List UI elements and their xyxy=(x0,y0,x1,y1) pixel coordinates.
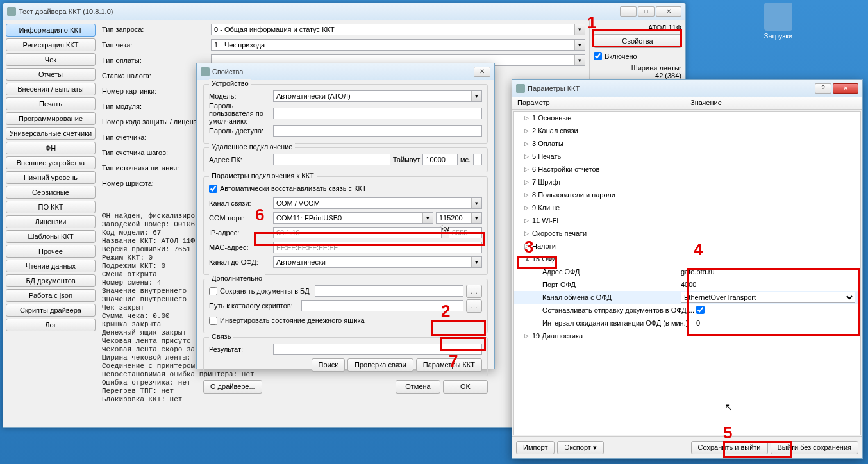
sidebar-item-info[interactable]: Информация о ККТ xyxy=(6,24,96,37)
chevron-down-icon[interactable]: ▾ xyxy=(471,91,481,101)
export-button[interactable]: Экспорт ▾ xyxy=(557,441,603,454)
savedb-checkbox[interactable] xyxy=(209,287,217,295)
param-ofd-addr[interactable]: Адрес ОФДgate.ofd.ru xyxy=(514,265,860,278)
tree-node[interactable]: ▷5 Печать xyxy=(514,150,860,163)
model-select[interactable]: Автоматически (АТОЛ)▾ xyxy=(273,90,482,102)
tree-node[interactable]: ▷3 Оплаты xyxy=(514,137,860,150)
accesspwd-input[interactable] xyxy=(273,125,482,137)
ofd-channel-select[interactable]: EthernetOverTransport xyxy=(681,292,855,303)
result-input[interactable] xyxy=(273,344,482,355)
chevron-down-icon[interactable]: ▾ xyxy=(471,257,481,267)
auto-restore-checkbox[interactable] xyxy=(209,185,217,193)
sidebar-item-scripts[interactable]: Скрипты драйвера xyxy=(6,304,96,317)
ip-port-input[interactable]: 5555 xyxy=(449,227,482,238)
invert-checkbox[interactable] xyxy=(209,317,217,325)
script-path-input[interactable] xyxy=(301,300,463,311)
tree-node[interactable]: ▷7 Шрифт xyxy=(514,176,860,188)
ip-input[interactable]: 68.1.10 xyxy=(273,227,442,238)
sidebar-item-licenses[interactable]: Лицензии xyxy=(6,215,96,228)
dlg1-close-button[interactable]: ✕ xyxy=(474,67,490,77)
sidebar-item-json[interactable]: Работа с json xyxy=(6,289,96,302)
sidebar-item-software[interactable]: ПО ККТ xyxy=(6,201,96,213)
sidebar-item-templates[interactable]: Шаблоны ККТ xyxy=(6,230,96,243)
help-button[interactable]: ? xyxy=(815,83,831,94)
chevron-down-icon[interactable]: ▾ xyxy=(574,40,585,50)
mac-input[interactable]: FF:FF:FF:FF:FF:FF xyxy=(273,242,482,253)
sidebar-item-log[interactable]: Лог xyxy=(6,319,96,331)
timeout-input[interactable]: 10000 xyxy=(422,154,458,165)
sidebar-item-fn[interactable]: ФН xyxy=(6,142,96,154)
dlg1-titlebar[interactable]: Свойства ✕ xyxy=(197,63,494,80)
tree-node-diag[interactable]: ▷19 Диагностика xyxy=(514,329,860,342)
tree-node-ofd[interactable]: ▲15 ОФД xyxy=(514,253,860,265)
minimize-button[interactable]: — xyxy=(620,6,637,17)
savedb-path[interactable] xyxy=(315,285,463,297)
tree-node[interactable]: ▷11 Wi-Fi xyxy=(514,214,860,227)
userpwd-input[interactable] xyxy=(273,108,482,119)
sidebar-item-cashio[interactable]: Внесения / выплаты xyxy=(6,83,96,95)
chevron-down-icon[interactable]: ▾ xyxy=(422,213,433,223)
check-link-button[interactable]: Проверка связи xyxy=(347,358,413,372)
channel-select[interactable]: COM / VCOM▾ xyxy=(273,197,482,209)
req-type-field[interactable]: 0 - Общая информация и статус ККТ▾ xyxy=(211,24,585,35)
sidebar-item-registration[interactable]: Регистрация ККТ xyxy=(6,38,96,51)
tree-node[interactable]: ▷Налоги xyxy=(514,240,860,253)
sidebar-item-readdata[interactable]: Чтение данных xyxy=(6,260,96,272)
tree-node[interactable]: ▷2 Канал связи xyxy=(514,124,860,137)
tree-node[interactable]: ▷Скорость печати xyxy=(514,227,860,240)
dlg2-titlebar[interactable]: Параметры ККТ ?✕ xyxy=(512,80,862,97)
ofd-interval-value[interactable]: 0 xyxy=(696,319,860,327)
chevron-down-icon[interactable]: ▾ xyxy=(471,213,481,223)
chevron-down-icon[interactable]: ▾ xyxy=(574,24,585,35)
sidebar-item-ext-devices[interactable]: Внешние устройства xyxy=(6,156,96,169)
sidebar-item-check[interactable]: Чек xyxy=(6,53,96,66)
desktop-downloads[interactable]: Загрузки xyxy=(753,3,804,40)
chevron-down-icon[interactable]: ▾ xyxy=(471,198,481,208)
tree-node[interactable]: ▷8 Пользователи и пароли xyxy=(514,188,860,201)
sidebar-item-other[interactable]: Прочее xyxy=(6,245,96,258)
exit-nosave-button[interactable]: Выйти без сохранения xyxy=(771,441,859,454)
dlg2-close-button[interactable]: ✕ xyxy=(833,83,858,94)
ofd-stop-checkbox[interactable] xyxy=(696,306,705,314)
pc-addr-input[interactable] xyxy=(273,154,390,165)
search-button[interactable]: Поиск xyxy=(312,358,345,372)
kkt-params-button[interactable]: Параметры ККТ xyxy=(416,358,482,372)
enabled-checkbox[interactable] xyxy=(594,52,602,60)
rec-type-field[interactable]: 1 - Чек прихода▾ xyxy=(211,39,585,51)
timeout-spinner[interactable] xyxy=(473,154,482,165)
sidebar-item-db[interactable]: БД документов xyxy=(6,274,96,287)
ofd-addr-value[interactable]: gate.ofd.ru xyxy=(681,268,860,276)
browse-db-button[interactable]: … xyxy=(466,285,482,298)
ofd-channel-select[interactable]: Автоматически▾ xyxy=(273,256,482,268)
ofd-stop-value[interactable] xyxy=(696,306,860,315)
param-ofd-interval[interactable]: Интервал ожидания квитанции ОФД (в мин.)… xyxy=(514,317,860,329)
ofd-channel-value[interactable]: EthernetOverTransport xyxy=(681,292,860,303)
ok-button[interactable]: OK xyxy=(443,380,488,394)
param-ofd-stop[interactable]: Останавливать отправку документов в ОФД … xyxy=(514,304,860,317)
cancel-button[interactable]: Отмена xyxy=(396,380,440,394)
ofd-port-value[interactable]: 4000 xyxy=(681,281,860,288)
sidebar-item-counters[interactable]: Универсальные счетчики xyxy=(6,127,96,140)
sidebar-item-lowlevel[interactable]: Нижний уровень xyxy=(6,171,96,184)
about-button[interactable]: О драйвере... xyxy=(203,380,262,394)
tree-node[interactable]: ▷6 Настройки отчетов xyxy=(514,163,860,176)
param-ofd-channel[interactable]: Канал обмена с ОФДEthernetOverTransport xyxy=(514,291,860,304)
sidebar-item-service[interactable]: Сервисные xyxy=(6,186,96,199)
sidebar-item-reports[interactable]: Отчеты xyxy=(6,68,96,81)
sidebar-item-programming[interactable]: Программирование xyxy=(6,112,96,125)
param-ofd-port[interactable]: Порт ОФД4000 xyxy=(514,278,860,291)
chevron-down-icon[interactable]: ▾ xyxy=(574,55,585,65)
close-button[interactable]: ✕ xyxy=(656,6,681,17)
baud-select[interactable]: 115200 бод▾ xyxy=(436,212,482,224)
comport-select[interactable]: COM11: FPrintUSB0▾ xyxy=(273,212,433,224)
tree-node[interactable]: ▷1 Основные xyxy=(514,112,860,124)
params-tree[interactable]: ▷1 Основные ▷2 Канал связи ▷3 Оплаты ▷5 … xyxy=(513,111,861,435)
maximize-button[interactable]: □ xyxy=(638,6,655,17)
save-exit-button[interactable]: Сохранить и выйти xyxy=(691,441,768,454)
main-titlebar[interactable]: Тест драйвера ККТ (10.8.1.0) — □ ✕ xyxy=(3,3,685,20)
import-button[interactable]: Импорт xyxy=(516,441,555,454)
browse-script-button[interactable]: … xyxy=(466,299,482,313)
properties-button[interactable]: Свойства xyxy=(594,34,681,48)
tree-node[interactable]: ▷9 Клише xyxy=(514,201,860,214)
sidebar-item-print[interactable]: Печать xyxy=(6,97,96,110)
